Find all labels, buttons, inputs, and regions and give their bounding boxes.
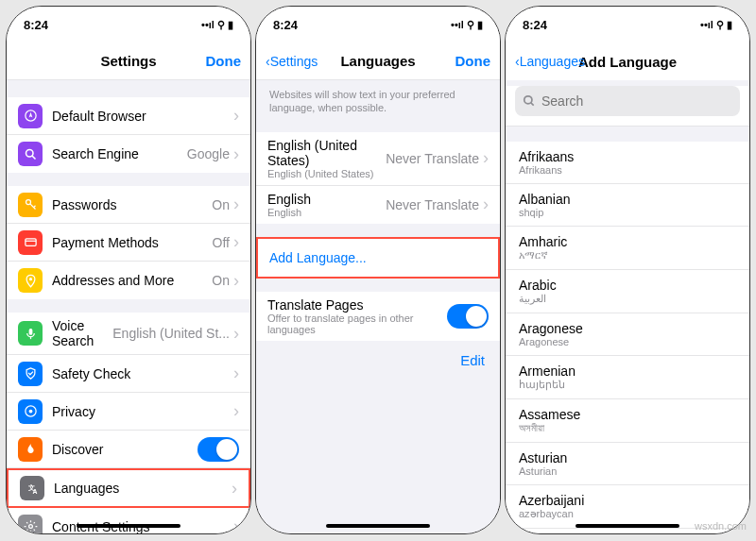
svg-point-9: [28, 278, 31, 280]
gear-icon: [18, 515, 43, 534]
row-discover[interactable]: Discover: [7, 431, 250, 468]
language-option[interactable]: AfrikaansAfrikaans: [506, 142, 749, 184]
done-button[interactable]: Done: [455, 53, 491, 69]
language-option[interactable]: Albanianshqip: [506, 184, 749, 227]
language-list[interactable]: AfrikaansAfrikaansAlbanianshqipAmharicአማ…: [506, 127, 749, 534]
status-time: 8:24: [523, 18, 547, 32]
status-time: 8:24: [273, 18, 298, 32]
row-label: Languages: [54, 481, 232, 496]
chevron-icon: ›: [232, 479, 237, 499]
row-content-settings[interactable]: Content Settings›: [7, 508, 250, 533]
language-option[interactable]: AsturianAsturian: [506, 443, 749, 485]
svg-point-16: [28, 525, 32, 529]
pin-icon: [18, 268, 43, 293]
svg-point-13: [28, 410, 32, 414]
card-icon: [18, 230, 43, 255]
row-label: Passwords: [52, 197, 212, 212]
chevron-icon: ›: [233, 324, 239, 344]
row-label: Search Engine: [52, 146, 187, 161]
status-bar: 8:24 ••ıl ⚲ ▮: [506, 7, 749, 42]
screen-settings: 8:24 ••ıl ⚲ ▮ Settings Done Default Brow…: [6, 6, 251, 534]
settings-content[interactable]: Default Browser›Search EngineGoogle›Pass…: [7, 80, 250, 533]
row-addresses-and-more[interactable]: Addresses and MoreOn›: [7, 262, 250, 299]
row-value: English (United St...: [112, 326, 230, 341]
search-icon: [18, 142, 43, 166]
status-bar: 8:24 ••ıl ⚲ ▮: [256, 7, 500, 42]
lang-native: অসমীয়া: [519, 422, 736, 434]
lang-native: العربية: [519, 293, 736, 305]
language-row[interactable]: EnglishEnglishNever Translate›: [256, 186, 500, 224]
lang-name: Assamese: [519, 407, 736, 422]
add-language-row[interactable]: Add Language...: [256, 237, 500, 279]
chevron-icon: ›: [233, 106, 239, 126]
language-option[interactable]: Armenianհայերեն: [506, 356, 749, 399]
row-search-engine[interactable]: Search EngineGoogle›: [7, 135, 250, 173]
row-label: Safety Check: [52, 366, 233, 381]
screen-languages: 8:24 ••ıl ⚲ ▮ ‹ Settings Languages Done …: [255, 6, 501, 534]
back-button[interactable]: ‹ Settings: [266, 54, 318, 69]
search-bar[interactable]: [515, 86, 740, 116]
navbar: ‹ Languages Add Language: [506, 42, 749, 80]
chevron-icon: ›: [233, 144, 239, 164]
row-passwords[interactable]: PasswordsOn›: [7, 186, 250, 224]
lang-native: Afrikaans: [519, 164, 736, 176]
done-button[interactable]: Done: [206, 53, 242, 69]
lang-label: English (United States): [267, 138, 386, 168]
row-label: Default Browser: [52, 109, 233, 124]
row-default-browser[interactable]: Default Browser›: [7, 97, 250, 135]
lang-sublabel: English: [267, 207, 386, 218]
row-payment-methods[interactable]: Payment MethodsOff›: [7, 224, 250, 262]
chevron-icon: ›: [483, 194, 489, 214]
language-row[interactable]: English (United States)English (United S…: [256, 132, 500, 186]
back-button[interactable]: ‹ Languages: [515, 54, 585, 69]
shield-icon: [18, 362, 43, 386]
lang-name: Albanian: [519, 192, 736, 207]
lang-name: Asturian: [519, 450, 736, 465]
row-label: Addresses and More: [52, 273, 212, 288]
svg-rect-7: [25, 239, 35, 246]
languages-content[interactable]: Websites will show text in your preferre…: [256, 80, 500, 533]
svg-point-4: [26, 200, 30, 205]
home-indicator[interactable]: [77, 524, 180, 528]
mic-icon: [18, 321, 43, 346]
svg-rect-10: [28, 328, 32, 334]
row-languages[interactable]: 文ALanguages›: [7, 468, 250, 508]
language-option[interactable]: Amharicአማርኛ: [506, 227, 749, 270]
translate-icon: 文A: [20, 476, 44, 500]
lang-name: Arabic: [519, 278, 736, 293]
edit-button[interactable]: Edit: [256, 341, 500, 380]
discover-toggle[interactable]: [198, 437, 239, 462]
lang-value: Never Translate: [386, 151, 479, 166]
navbar: Settings Done: [7, 42, 250, 80]
lang-native: Asturian: [519, 465, 736, 477]
chevron-icon: ›: [483, 148, 489, 168]
lang-native: azərbaycan: [519, 508, 736, 520]
search-icon: [523, 94, 536, 108]
lang-name: Amharic: [519, 234, 736, 249]
row-value: On: [212, 273, 230, 288]
row-label: Privacy: [52, 404, 233, 419]
row-voice-search[interactable]: Voice SearchEnglish (United St...›: [7, 313, 250, 355]
home-indicator[interactable]: [326, 524, 430, 528]
translate-toggle[interactable]: [447, 304, 489, 329]
translate-pages-row[interactable]: Translate Pages Offer to translate pages…: [256, 292, 500, 341]
language-option[interactable]: AragoneseAragonese: [506, 313, 749, 356]
translate-sublabel: Offer to translate pages in other langua…: [267, 313, 447, 335]
svg-marker-1: [28, 112, 32, 118]
language-option[interactable]: Assameseঅসমীয়া: [506, 399, 749, 443]
hint-text: Websites will show text in your preferre…: [256, 80, 500, 119]
chevron-icon: ›: [233, 363, 239, 383]
chevron-icon: ›: [233, 516, 239, 533]
translate-label: Translate Pages: [267, 297, 447, 313]
language-option[interactable]: Arabicالعربية: [506, 270, 749, 313]
row-privacy[interactable]: Privacy›: [7, 393, 250, 431]
lang-name: Aragonese: [519, 321, 736, 336]
watermark: wsxdn.com: [695, 520, 747, 532]
lang-name: Armenian: [519, 363, 736, 379]
search-input[interactable]: [541, 93, 732, 109]
home-indicator[interactable]: [576, 524, 679, 528]
row-safety-check[interactable]: Safety Check›: [7, 355, 250, 393]
lang-native: አማርኛ: [519, 249, 736, 262]
svg-text:A: A: [32, 487, 37, 494]
status-bar: 8:24 ••ıl ⚲ ▮: [7, 7, 250, 42]
